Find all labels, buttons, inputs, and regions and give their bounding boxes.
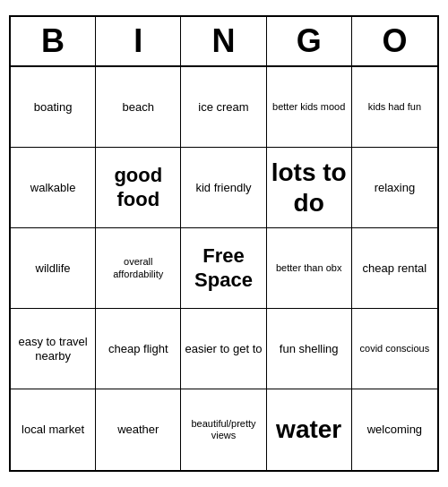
cell-text: lots to do <box>271 158 348 218</box>
bingo-header: BINGO <box>11 17 437 67</box>
bingo-letter: N <box>181 17 266 65</box>
bingo-cell: good food <box>96 148 181 228</box>
bingo-cell: welcoming <box>352 389 437 470</box>
cell-text: fun shelling <box>280 342 339 356</box>
bingo-cell: ice cream <box>181 67 266 148</box>
bingo-grid: boatingbeachice creambetter kids moodkid… <box>11 67 437 470</box>
cell-text: local market <box>22 423 84 437</box>
bingo-cell: easy to travel nearby <box>11 309 96 389</box>
cell-text: welcoming <box>367 423 422 437</box>
cell-text: good food <box>99 164 177 211</box>
cell-text: ice cream <box>198 100 248 115</box>
bingo-cell: better than obx <box>267 228 352 309</box>
bingo-cell: weather <box>96 389 181 470</box>
bingo-cell: easier to get to <box>181 309 266 389</box>
bingo-cell: covid conscious <box>352 309 437 389</box>
cell-text: water <box>276 414 341 445</box>
cell-text: cheap rental <box>363 261 427 276</box>
cell-text: walkable <box>30 181 76 195</box>
bingo-cell: beach <box>96 67 181 148</box>
bingo-letter: O <box>352 17 437 65</box>
cell-text: covid conscious <box>360 343 430 355</box>
cell-text: beach <box>123 100 154 115</box>
cell-text: relaxing <box>375 181 416 195</box>
bingo-cell: walkable <box>11 148 96 228</box>
cell-text: wildlife <box>36 261 71 276</box>
bingo-cell: beautiful/pretty views <box>181 389 266 470</box>
cell-text: overall affordability <box>99 256 177 279</box>
cell-text: better kids mood <box>272 101 345 113</box>
cell-text: Free Space <box>185 244 262 292</box>
bingo-card: BINGO boatingbeachice creambetter kids m… <box>9 15 439 472</box>
cell-text: boating <box>34 100 73 115</box>
bingo-letter: B <box>11 17 96 65</box>
bingo-cell: fun shelling <box>267 309 352 389</box>
cell-text: better than obx <box>276 262 341 274</box>
bingo-cell: relaxing <box>352 148 437 228</box>
cell-text: beautiful/pretty views <box>185 418 262 441</box>
bingo-cell: lots to do <box>267 148 352 228</box>
cell-text: kid friendly <box>195 181 251 195</box>
bingo-cell: wildlife <box>11 228 96 309</box>
bingo-letter: I <box>96 17 181 65</box>
bingo-cell: Free Space <box>181 228 266 309</box>
cell-text: easy to travel nearby <box>14 335 91 363</box>
cell-text: weather <box>117 423 159 437</box>
bingo-cell: overall affordability <box>96 228 181 309</box>
bingo-cell: boating <box>11 67 96 148</box>
cell-text: easier to get to <box>185 342 262 356</box>
bingo-letter: G <box>267 17 352 65</box>
bingo-cell: local market <box>11 389 96 470</box>
bingo-cell: cheap flight <box>96 309 181 389</box>
bingo-cell: kid friendly <box>181 148 266 228</box>
bingo-cell: cheap rental <box>352 228 437 309</box>
cell-text: cheap flight <box>108 342 168 356</box>
cell-text: kids had fun <box>368 101 421 113</box>
bingo-cell: kids had fun <box>352 67 437 148</box>
bingo-cell: better kids mood <box>267 67 352 148</box>
bingo-cell: water <box>267 389 352 470</box>
